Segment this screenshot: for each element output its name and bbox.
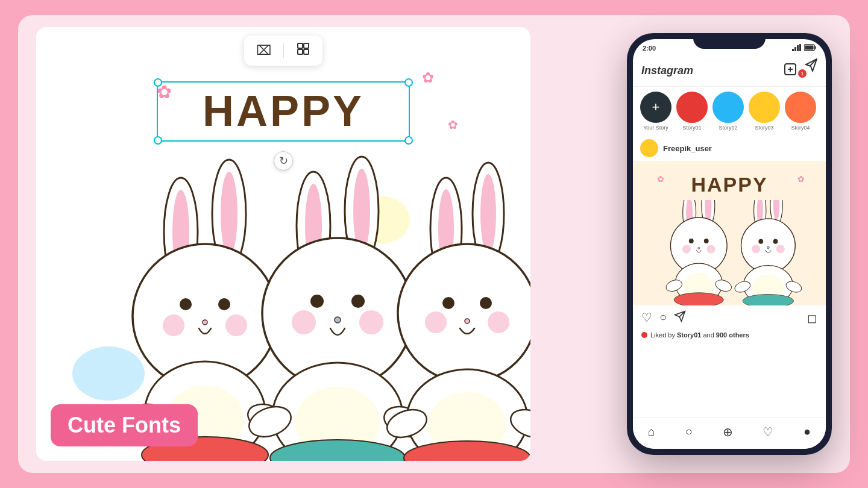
- svg-point-80: [776, 245, 785, 253]
- svg-point-9: [180, 298, 192, 310]
- toolbar: ⌧: [244, 36, 322, 66]
- svg-point-10: [218, 298, 230, 310]
- svg-rect-1: [304, 43, 309, 48]
- svg-point-27: [359, 310, 383, 334]
- svg-point-28: [335, 317, 341, 323]
- svg-point-86: [743, 295, 793, 305]
- phone-notch: [693, 33, 766, 49]
- svg-point-7: [221, 172, 237, 256]
- svg-rect-54: [815, 46, 816, 49]
- your-story-circle: +: [640, 92, 671, 123]
- share-icon[interactable]: [674, 310, 686, 325]
- svg-rect-55: [805, 46, 814, 50]
- phone-mockup: 2:00: [627, 33, 832, 455]
- add-post-icon[interactable]: [784, 63, 797, 78]
- story04-label: Story04: [791, 125, 810, 131]
- handle-top-right[interactable]: [404, 78, 413, 87]
- svg-point-43: [465, 319, 470, 324]
- svg-point-12: [225, 314, 247, 336]
- save-icon[interactable]: ◻: [807, 311, 817, 325]
- handle-bottom-left[interactable]: [154, 136, 162, 145]
- toolbar-divider: [283, 43, 284, 58]
- story04-circle: [785, 92, 816, 123]
- instagram-header: Instagram 1: [633, 55, 826, 87]
- status-icons: [792, 44, 816, 52]
- svg-point-66: [698, 247, 700, 249]
- text-selection-box[interactable]: ↻: [157, 81, 410, 142]
- flower-decoration-3: ✿: [448, 117, 458, 132]
- svg-rect-51: [797, 45, 799, 51]
- handle-top-left[interactable]: [154, 78, 162, 87]
- likes-dot: [641, 332, 647, 338]
- svg-point-13: [203, 320, 207, 325]
- cute-fonts-label: Cute Fonts: [51, 404, 198, 446]
- rotate-handle[interactable]: ↻: [274, 151, 293, 170]
- comment-icon[interactable]: ○: [659, 310, 667, 325]
- status-time: 2:00: [643, 45, 656, 52]
- svg-point-64: [682, 245, 691, 254]
- story-item-02[interactable]: Story02: [712, 92, 744, 131]
- svg-point-76: [741, 219, 796, 273]
- main-container: ⌧ ✿ ✿ ✿ ↻ HAPPY: [18, 15, 850, 473]
- post-flower-1: ✿: [657, 174, 664, 184]
- story03-label: Story03: [755, 125, 773, 131]
- profile-nav-icon[interactable]: ●: [804, 425, 811, 439]
- battery-icon: [804, 44, 816, 52]
- story03-circle: [749, 92, 780, 123]
- stories-row: + Your Story Story01 Story02 Story03: [633, 87, 826, 136]
- post-username: Freepik_user: [663, 144, 712, 153]
- svg-point-11: [163, 314, 184, 336]
- grid-icon[interactable]: [296, 42, 310, 60]
- crop-icon[interactable]: ⌧: [256, 43, 271, 58]
- likes-row: Liked by Story01 and 900 others: [633, 330, 826, 340]
- bottom-nav: ⌂ ○ ⊕ ♡ ●: [633, 418, 826, 449]
- add-nav-icon[interactable]: ⊕: [723, 425, 733, 439]
- story-item-yours[interactable]: + Your Story: [640, 92, 671, 131]
- svg-point-77: [758, 239, 763, 244]
- like-icon[interactable]: ♡: [641, 310, 652, 325]
- svg-point-41: [425, 311, 447, 333]
- story02-circle: [712, 92, 744, 123]
- svg-rect-50: [794, 47, 796, 51]
- reels-nav-icon[interactable]: ♡: [763, 425, 773, 439]
- svg-point-78: [773, 239, 778, 244]
- svg-point-39: [442, 297, 454, 309]
- svg-point-26: [292, 310, 316, 334]
- phone-screen: 2:00: [633, 39, 826, 449]
- notification-badge: 1: [798, 69, 807, 78]
- svg-rect-49: [792, 49, 794, 51]
- your-story-label: Your Story: [643, 125, 668, 131]
- story-item-04[interactable]: Story04: [785, 92, 816, 131]
- svg-point-25: [351, 295, 365, 308]
- svg-point-37: [480, 174, 496, 254]
- svg-point-71: [674, 293, 723, 305]
- send-icon[interactable]: 1: [804, 58, 817, 83]
- post-actions-left: ♡ ○: [641, 310, 686, 325]
- post-flower-2: ✿: [797, 174, 805, 184]
- post-user-row: Freepik_user: [633, 136, 826, 161]
- svg-rect-3: [304, 49, 309, 54]
- svg-point-63: [704, 239, 709, 243]
- svg-point-38: [398, 244, 530, 383]
- svg-point-65: [707, 245, 715, 254]
- story01-circle: [676, 92, 708, 123]
- canvas-area: ⌧ ✿ ✿ ✿ ↻ HAPPY: [36, 27, 530, 461]
- story-item-01[interactable]: Story01: [676, 92, 708, 131]
- home-nav-icon[interactable]: ⌂: [648, 425, 655, 439]
- svg-rect-2: [298, 49, 303, 54]
- svg-point-42: [488, 311, 509, 333]
- search-nav-icon[interactable]: ○: [685, 425, 693, 439]
- story01-label: Story01: [682, 125, 701, 131]
- post-image: HAPPY ✿ ✿: [633, 161, 826, 305]
- post-avatar: [640, 139, 658, 157]
- post-actions: ♡ ○ ◻: [633, 305, 826, 330]
- story-item-03[interactable]: Story03: [749, 92, 780, 131]
- svg-point-81: [767, 246, 769, 249]
- svg-point-79: [752, 245, 760, 253]
- insta-header-icons: 1: [784, 58, 817, 83]
- handle-bottom-right[interactable]: [404, 136, 413, 145]
- flower-decoration-2: ✿: [422, 69, 434, 86]
- post-happy-text: HAPPY: [691, 173, 767, 196]
- svg-point-24: [310, 295, 324, 308]
- svg-rect-0: [298, 43, 303, 48]
